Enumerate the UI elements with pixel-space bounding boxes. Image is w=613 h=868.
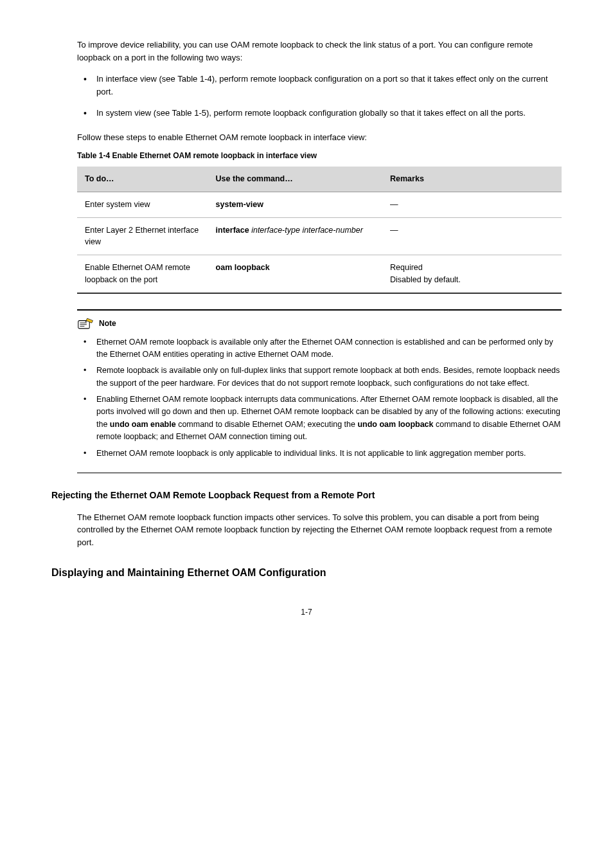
table-caption: Table 1-4 Enable Ethernet OAM remote loo… bbox=[77, 150, 562, 161]
table-cell-cmd: interface interface-type interface-numbe… bbox=[208, 217, 382, 255]
list-item: Remote loopback is available only on ful… bbox=[77, 365, 562, 390]
table-row: Enter system view system-view — bbox=[77, 192, 562, 217]
config-table: To do… Use the command… Remarks Enter sy… bbox=[77, 167, 562, 294]
page-number: 1-7 bbox=[51, 606, 562, 618]
cmd-bold: undo oam enable bbox=[110, 420, 176, 429]
cmd-bold: oam loopback bbox=[216, 263, 270, 272]
table-header-cell: Use the command… bbox=[208, 167, 382, 192]
table-header-cell: Remarks bbox=[382, 167, 562, 192]
cmd-bold: undo oam loopback bbox=[357, 420, 433, 429]
rejecting-body: The Ethernet OAM remote loopback functio… bbox=[77, 511, 562, 549]
list-item: In system view (see Table 1-5), perform … bbox=[77, 107, 562, 120]
cmd-bold: interface bbox=[216, 226, 252, 235]
list-item: Ethernet OAM remote loopback is availabl… bbox=[77, 336, 562, 361]
list-item: Ethernet OAM remote loopback is only app… bbox=[77, 448, 562, 460]
table-cell-cmd: oam loopback bbox=[208, 255, 382, 293]
table-header-row: To do… Use the command… Remarks bbox=[77, 167, 562, 192]
table-cell-cmd: system-view bbox=[208, 192, 382, 217]
list-item: Enabling Ethernet OAM remote loopback in… bbox=[77, 393, 562, 444]
note-list: Ethernet OAM remote loopback is availabl… bbox=[77, 336, 562, 460]
table-cell-todo: Enter system view bbox=[77, 192, 208, 217]
note-block: Note Ethernet OAM remote loopback is ava… bbox=[77, 309, 562, 473]
sub-heading-rejecting: Rejecting the Ethernet OAM Remote Loopba… bbox=[51, 489, 562, 502]
cmd-bold: system-view bbox=[216, 200, 263, 209]
table-cell-remarks: — bbox=[382, 192, 562, 217]
list-item: In interface view (see Table 1-4), perfo… bbox=[77, 73, 562, 98]
note-text: command to disable Ethernet OAM; executi… bbox=[176, 420, 358, 429]
table-row: Enable Ethernet OAM remote loopback on t… bbox=[77, 255, 562, 293]
table-cell-remarks: — bbox=[382, 217, 562, 255]
top-bullet-list: In interface view (see Table 1-4), perfo… bbox=[77, 73, 562, 120]
note-icon bbox=[77, 317, 95, 330]
follow-steps-text: Follow these steps to enable Ethernet OA… bbox=[77, 131, 562, 144]
cmd-italic: interface-type interface-number bbox=[251, 226, 363, 235]
table-cell-remarks: Required Disabled by default. bbox=[382, 255, 562, 293]
table-cell-todo: Enter Layer 2 Ethernet interface view bbox=[77, 217, 208, 255]
intro-paragraph: To improve device reliability, you can u… bbox=[77, 39, 562, 64]
table-header-cell: To do… bbox=[77, 167, 208, 192]
table-cell-todo: Enable Ethernet OAM remote loopback on t… bbox=[77, 255, 208, 293]
note-label: Note bbox=[99, 318, 116, 329]
table-row: Enter Layer 2 Ethernet interface view in… bbox=[77, 217, 562, 255]
section-heading-display: Displaying and Maintaining Ethernet OAM … bbox=[51, 565, 562, 581]
note-header: Note bbox=[77, 317, 562, 330]
